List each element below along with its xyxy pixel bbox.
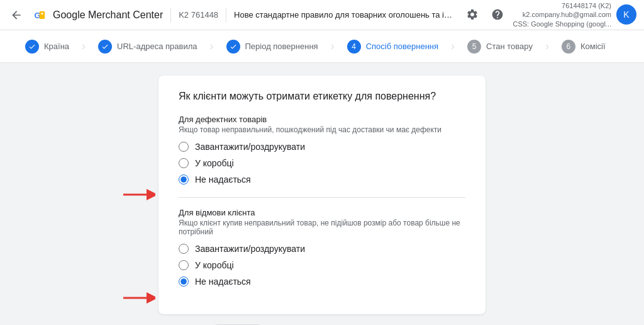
step-1-label: Країна (44, 42, 69, 51)
main-card: Як клієнти можуть отримати етикетку для … (158, 76, 486, 314)
step-1-circle (25, 40, 39, 54)
step-4: 4 Спосіб повернення (337, 30, 448, 62)
section2-label2: У коробці (195, 260, 234, 270)
section2-radio1[interactable] (179, 244, 189, 254)
section2-radio-group: Завантажити/роздрукувати У коробці Не на… (179, 244, 465, 287)
back-button[interactable] (8, 6, 25, 24)
step-3-circle (226, 40, 240, 54)
svg-rect-3 (41, 13, 43, 14)
section1-desc: Якщо товар неправильний, пошкоджений під… (179, 125, 465, 134)
step-5-circle: 5 (467, 40, 481, 54)
step-2-circle (98, 40, 112, 54)
step-2-label: URL-адреса правила (117, 42, 197, 51)
user-avatar[interactable]: K (616, 4, 636, 25)
section1-title: Для дефектних товарів (179, 115, 465, 124)
section1-radio3[interactable] (179, 174, 189, 185)
help-button[interactable] (487, 4, 508, 25)
step-1: Країна (15, 30, 79, 62)
section2-option1[interactable]: Завантажити/роздрукувати (179, 244, 465, 254)
main-content: Як клієнти можуть отримати етикетку для … (0, 63, 644, 325)
section2-label1: Завантажити/роздрукувати (195, 244, 305, 254)
arrow-2 (121, 291, 155, 305)
card-title: Як клієнти можуть отримати етикетку для … (179, 91, 465, 102)
stepper-bar: Країна › URL-адреса правила › Період пов… (0, 30, 644, 63)
section2-option3[interactable]: Не надається (179, 277, 465, 287)
section1-label1: Завантажити/роздрукувати (195, 142, 305, 152)
step-6-label: Комісії (580, 42, 606, 51)
section2-desc: Якщо клієнт купив неправильний товар, не… (179, 219, 465, 236)
nav-actions: 761448174 (K2) k2.company.hub@gmail.com … (462, 1, 636, 28)
section2-radio3[interactable] (179, 277, 189, 287)
step-2: URL-адреса правила (88, 30, 207, 62)
step-3: Період повернення (216, 30, 328, 62)
section2-radio2[interactable] (179, 260, 189, 270)
account-id-label: K2 761448 (179, 10, 218, 20)
settings-button[interactable] (462, 4, 482, 25)
step-3-label: Період повернення (245, 42, 318, 51)
step-5: 5 Стан товару (457, 30, 543, 62)
app-name-label: Google Merchant Center (53, 9, 163, 21)
section1-label2: У коробці (195, 158, 234, 168)
arrow-1 (121, 188, 155, 202)
svg-rect-2 (40, 11, 45, 19)
user-info: 761448174 (K2) k2.company.hub@gmail.com … (513, 1, 611, 28)
top-nav: G Google Merchant Center K2 761448 Нове … (0, 0, 644, 30)
section1-option2[interactable]: У коробці (179, 158, 465, 168)
nav-divider (170, 8, 171, 23)
section1-radio1[interactable] (179, 142, 189, 152)
section1-label3: Не надається (195, 174, 251, 185)
section1-radio-group: Завантажити/роздрукувати У коробці Не на… (179, 142, 465, 185)
section-divider (179, 197, 465, 198)
app-logo: G Google Merchant Center (33, 8, 163, 23)
section1-option1[interactable]: Завантажити/роздрукувати (179, 142, 465, 152)
section2-option2[interactable]: У коробці (179, 260, 465, 270)
section1-option3[interactable]: Не надається (179, 174, 465, 185)
step-5-label: Стан товару (486, 42, 533, 51)
step-6: 6 Комісії (552, 30, 616, 62)
section2-label3: Не надається (195, 277, 251, 287)
step-4-label: Спосіб повернення (366, 42, 438, 51)
step-6-circle: 6 (562, 40, 575, 54)
gmc-logo-icon: G (33, 8, 48, 23)
section1-radio2[interactable] (179, 158, 189, 168)
step-4-circle: 4 (347, 40, 361, 54)
section2-title: Для відмови клієнта (179, 208, 465, 217)
nav-divider2 (226, 8, 226, 23)
page-title: Нове стандартне правило для товарних ого… (234, 10, 455, 20)
